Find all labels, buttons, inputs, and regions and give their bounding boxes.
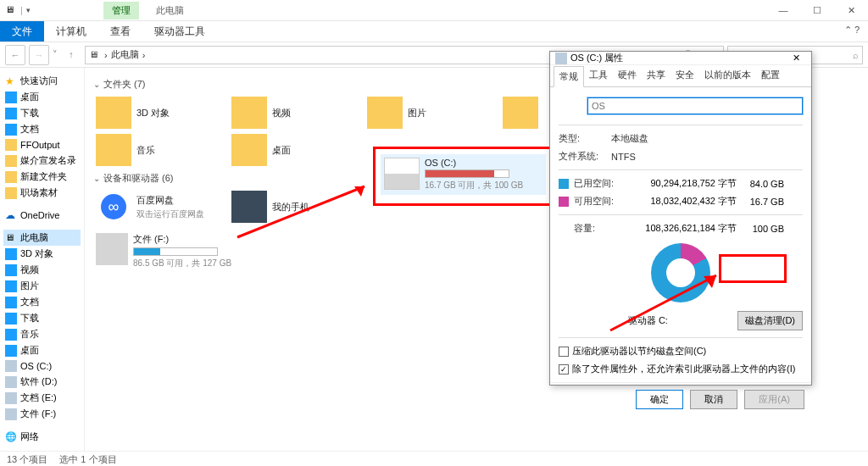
status-item-count: 13 个项目 [7,453,47,464]
drive-icon [5,360,17,372]
drive-icon [5,376,17,388]
compress-checkbox[interactable] [559,347,569,357]
type-value: 本地磁盘 [611,132,648,145]
nav-dl2[interactable]: 下载 [3,310,81,326]
tile-music[interactable]: 音乐 [93,131,229,169]
free-label: 可用空间: [574,195,621,208]
tab-tools[interactable]: 工具 [584,65,613,86]
index-checkbox[interactable]: ✓ [559,364,569,374]
nav-media-dir[interactable]: 媒介宣发名录 [3,153,81,169]
svg-line-0 [237,186,364,237]
music-icon [5,329,17,341]
status-selection: 选中 1 个项目 [59,453,116,464]
baidu-icon [96,191,131,223]
tile-baidupan[interactable]: 百度网盘双击运行百度网盘 [93,188,229,225]
nav-music[interactable]: 音乐 [3,326,81,342]
folder-icon [5,155,17,167]
nav-e[interactable]: 文档 (E:) [3,390,81,406]
nav-this-pc[interactable]: 此电脑 [3,230,81,246]
ribbon-computer[interactable]: 计算机 [44,21,98,42]
dialog-title: OS (C:) 属性 [570,52,623,64]
drive-name-input[interactable] [587,97,803,114]
compress-label: 压缩此驱动器以节约磁盘空间(C) [572,345,706,358]
nav-desktop[interactable]: 桌面 [3,89,81,105]
video-icon [5,264,17,276]
annotation-arrow-2 [602,271,729,339]
pc-icon [5,4,17,16]
ribbon-file[interactable]: 文件 [0,21,44,42]
download-icon [5,313,17,325]
tab-quota[interactable]: 配置 [756,65,785,86]
tab-security[interactable]: 安全 [670,65,699,86]
dialog-close-button[interactable]: ✕ [786,53,806,64]
document-icon [5,124,17,136]
nav-f[interactable]: 文件 (F:) [3,406,81,422]
nav-pictures[interactable]: 图片 [3,278,81,294]
svg-marker-1 [354,186,364,197]
cap-bytes: 108,326,621,184 字节 [626,222,737,235]
free-gb: 16.7 GB [742,197,784,207]
ribbon-drive-tools[interactable]: 驱动器工具 [142,21,217,42]
tile-videos[interactable]: 视频 [229,94,364,131]
annotation-arrow-1 [229,178,381,246]
nav-downloads[interactable]: 下载 [3,105,81,121]
cap-gb: 100 GB [742,224,784,234]
desktop-icon [5,92,17,103]
tile-osc[interactable]: OS (C:) 16.7 GB 可用，共 100 GB [381,154,546,195]
nav-back-button[interactable]: ← [5,45,25,65]
document-icon [5,297,17,308]
folder-icon [5,171,17,183]
nav-desk2[interactable]: 桌面 [3,342,81,358]
close-button[interactable]: ✕ [834,0,868,21]
folder-icon [5,139,17,151]
used-swatch [559,179,569,189]
minimize-button[interactable]: — [766,0,800,21]
tile-pictures[interactable]: 图片 [364,94,500,131]
nav-onedrive[interactable]: OneDrive [3,208,81,223]
ribbon-help[interactable]: ⌃ ? [836,21,868,42]
nav-videos[interactable]: 视频 [3,262,81,278]
apply-button[interactable]: 应用(A) [744,390,804,409]
pc-icon [5,232,17,244]
nav-forward-button[interactable]: → [29,45,49,65]
usage-bar-osc [425,169,509,178]
index-label: 除了文件属性外，还允许索引此驱动器上文件的内容(I) [572,363,795,375]
nav-ffoutput[interactable]: FFOutput [3,137,81,153]
network-icon [5,431,17,443]
tile-obscured[interactable] [500,94,551,131]
tile-f[interactable]: 文件 (F:)86.5 GB 可用，共 127 GB [93,230,229,272]
nav-new-folder[interactable]: 新建文件夹 [3,169,81,185]
tile-3d[interactable]: 3D 对象 [93,94,229,131]
ok-button[interactable]: 确定 [636,390,683,409]
drive-icon [384,158,420,190]
nav-3d[interactable]: 3D 对象 [3,246,81,262]
used-bytes: 90,294,218,752 字节 [626,177,737,190]
nav-quick-access[interactable]: 快速访问 [3,73,81,89]
nav-network[interactable]: 网络 [3,429,81,445]
tab-general[interactable]: 常规 [554,66,584,87]
search-icon: ⌕ [853,50,859,60]
disk-cleanup-button[interactable]: 磁盘清理(D) [737,311,803,330]
free-bytes: 18,032,402,432 字节 [626,195,737,208]
cancel-button[interactable]: 取消 [690,390,737,409]
tab-prev[interactable]: 以前的版本 [699,65,756,86]
annotation-highlight-cleanup [719,254,787,283]
nav-d[interactable]: 软件 (D:) [3,374,81,390]
tab-hardware[interactable]: 硬件 [613,65,642,86]
maximize-button[interactable]: ☐ [800,0,834,21]
type-label: 类型: [559,132,606,145]
window-title: 此电脑 [156,4,184,17]
objects3d-icon [5,248,17,260]
nav-osc[interactable]: OS (C:) [3,358,81,374]
ribbon-view[interactable]: 查看 [98,21,142,42]
used-label: 已用空间: [574,177,621,190]
nav-career[interactable]: 职场素材 [3,185,81,201]
nav-up-button[interactable]: ↑ [61,45,81,65]
tile-desktop[interactable]: 桌面 [229,131,364,169]
drive-icon [96,233,128,265]
nav-docs2[interactable]: 文档 [3,294,81,310]
nav-documents[interactable]: 文档 [3,121,81,137]
context-tab-manage[interactable]: 管理 [103,2,139,19]
tab-sharing[interactable]: 共享 [642,65,670,86]
pc-icon [89,49,101,61]
